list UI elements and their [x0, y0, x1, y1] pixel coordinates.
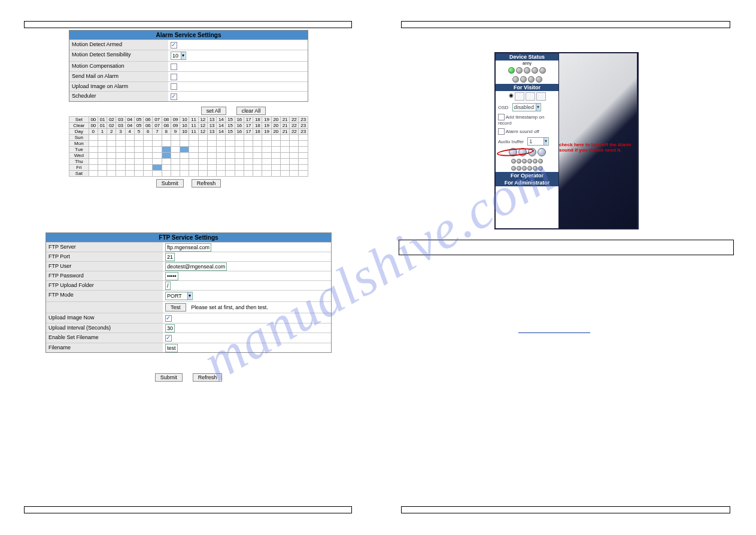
c[interactable] — [244, 135, 253, 141]
c[interactable] — [280, 141, 289, 147]
c[interactable] — [290, 141, 299, 147]
c[interactable] — [235, 165, 244, 171]
hyperlink-underline[interactable] — [518, 333, 590, 333]
c[interactable] — [253, 159, 262, 165]
c[interactable] — [89, 159, 98, 165]
c[interactable] — [125, 165, 134, 171]
h[interactable]: 21 — [280, 117, 289, 123]
h[interactable]: 20 — [271, 123, 280, 129]
h[interactable]: 12 — [198, 123, 207, 129]
c[interactable] — [107, 147, 116, 153]
c[interactable] — [116, 159, 125, 165]
c[interactable] — [235, 141, 244, 147]
c[interactable] — [89, 135, 98, 141]
h[interactable]: 07 — [153, 117, 162, 123]
c[interactable] — [280, 135, 289, 141]
c[interactable] — [262, 147, 271, 153]
c[interactable] — [144, 141, 153, 147]
c[interactable] — [171, 171, 180, 177]
c[interactable] — [144, 171, 153, 177]
small-icon[interactable] — [533, 159, 538, 164]
c[interactable] — [134, 141, 143, 147]
c[interactable] — [262, 165, 271, 171]
c[interactable] — [180, 141, 189, 147]
c[interactable] — [153, 135, 162, 141]
small-icon[interactable] — [517, 166, 521, 171]
h[interactable]: 05 — [134, 123, 143, 129]
c[interactable] — [180, 171, 189, 177]
c[interactable] — [162, 141, 171, 147]
c[interactable] — [226, 147, 235, 153]
c[interactable] — [98, 147, 107, 153]
c[interactable] — [271, 135, 280, 141]
h[interactable]: 09 — [171, 123, 180, 129]
c[interactable] — [171, 141, 180, 147]
c[interactable] — [226, 141, 235, 147]
c[interactable] — [217, 159, 226, 165]
h[interactable]: 01 — [98, 117, 107, 123]
c[interactable] — [189, 165, 198, 171]
c[interactable] — [134, 135, 143, 141]
c[interactable] — [207, 171, 216, 177]
c[interactable] — [116, 153, 125, 159]
c[interactable] — [271, 159, 280, 165]
h[interactable]: 21 — [280, 123, 289, 129]
h[interactable]: 06 — [144, 123, 153, 129]
c[interactable] — [253, 153, 262, 159]
input-interval[interactable]: 30 — [165, 324, 175, 333]
small-icon[interactable] — [527, 166, 532, 171]
input-ftp-user[interactable]: deotest@mgenseal.com — [165, 262, 227, 271]
c[interactable] — [98, 171, 107, 177]
set-all-button[interactable]: set All — [201, 107, 226, 115]
c[interactable] — [198, 171, 207, 177]
c[interactable] — [89, 165, 98, 171]
h[interactable]: 03 — [116, 117, 125, 123]
c[interactable] — [217, 147, 226, 153]
h[interactable]: 07 — [153, 123, 162, 129]
c[interactable] — [271, 171, 280, 177]
c[interactable] — [244, 147, 253, 153]
checkbox-compensation[interactable] — [171, 64, 177, 70]
h[interactable]: 18 — [253, 117, 262, 123]
c[interactable] — [299, 159, 308, 165]
h[interactable]: 19 — [262, 123, 271, 129]
c[interactable] — [144, 153, 153, 159]
c[interactable] — [189, 135, 198, 141]
h[interactable]: 12 — [198, 117, 207, 123]
c[interactable] — [180, 153, 189, 159]
c[interactable] — [153, 165, 162, 171]
h[interactable]: 19 — [262, 117, 271, 123]
c[interactable] — [280, 147, 289, 153]
c[interactable] — [207, 159, 216, 165]
c[interactable] — [89, 171, 98, 177]
checkbox-upload-image[interactable] — [171, 83, 177, 90]
c[interactable] — [107, 141, 116, 147]
checkbox-motion-armed[interactable] — [171, 42, 177, 49]
h[interactable]: 01 — [98, 123, 107, 129]
c[interactable] — [244, 153, 253, 159]
c[interactable] — [235, 147, 244, 153]
c[interactable] — [271, 147, 280, 153]
c[interactable] — [226, 135, 235, 141]
checkbox-scheduler[interactable] — [171, 93, 177, 100]
c[interactable] — [162, 165, 171, 171]
alarm-refresh-button[interactable]: Refresh — [192, 179, 221, 188]
h[interactable]: 00 — [89, 117, 98, 123]
h[interactable]: 05 — [134, 117, 143, 123]
c[interactable] — [89, 153, 98, 159]
h[interactable]: 22 — [290, 117, 299, 123]
c[interactable] — [290, 159, 299, 165]
control-btn-icon[interactable] — [538, 148, 546, 156]
c[interactable] — [207, 141, 216, 147]
c[interactable] — [107, 165, 116, 171]
c[interactable] — [290, 171, 299, 177]
c[interactable] — [253, 135, 262, 141]
c[interactable] — [180, 147, 189, 153]
c[interactable] — [162, 147, 171, 153]
c[interactable] — [125, 147, 134, 153]
c[interactable] — [262, 171, 271, 177]
c[interactable] — [134, 153, 143, 159]
c[interactable] — [189, 147, 198, 153]
c[interactable] — [180, 135, 189, 141]
c[interactable] — [98, 165, 107, 171]
